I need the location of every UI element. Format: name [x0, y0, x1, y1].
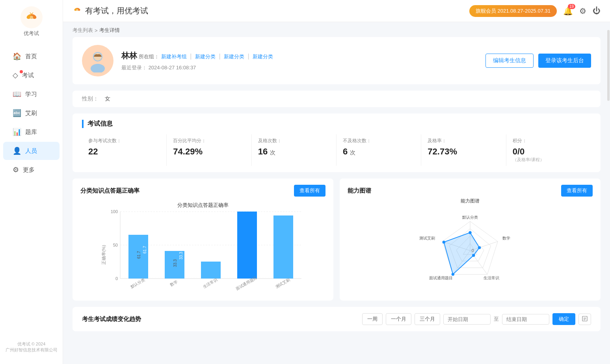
svg-text:61.7: 61.7 — [143, 246, 147, 254]
svg-text:61.7: 61.7 — [137, 251, 141, 259]
bar-4 — [273, 215, 293, 279]
profile-group-1: 新建分类 — [195, 54, 216, 59]
radar-chart-title: 能力图谱 — [348, 187, 371, 195]
people-icon: 👤 — [13, 147, 21, 155]
radar-polygon — [444, 232, 479, 274]
svg-text:33.3: 33.3 — [179, 252, 183, 260]
exam-info-card: 考试信息 参与考试次数： 22 百分比平均分： 74.29% 及格次数： 16 … — [73, 113, 601, 172]
bar-chart-area: 分类知识点答题正确率 正确率(%) 0 50 100 — [80, 200, 325, 294]
sidebar-item-study[interactable]: 📖 学习 — [3, 85, 60, 103]
sidebar-item-people-label: 人员 — [25, 147, 37, 155]
profile-group-0: 新建补考组 — [161, 54, 187, 59]
trend-section: 考生考试成绩变化趋势 一周 一个月 三个月 至 确定 — [73, 307, 601, 331]
trend-header: 考生考试成绩变化趋势 一周 一个月 三个月 至 确定 — [82, 313, 591, 325]
svg-text:94.4: 94.4 — [266, 257, 271, 265]
exam-info-title: 考试信息 — [82, 120, 591, 128]
stat-score: 积分： 0/0 （及格率/课程） — [506, 134, 591, 166]
radar-chart-header: 能力图谱 查看所有 — [348, 185, 593, 197]
sidebar-item-aice-label: 艾刷 — [25, 110, 37, 117]
profile-group-label: 所在组： — [139, 54, 159, 59]
trend-download-button[interactable] — [578, 314, 591, 325]
gender-row: 性别： 女 — [73, 91, 601, 107]
svg-text:能力图谱: 能力图谱 — [461, 198, 480, 204]
logo-icon — [20, 6, 43, 28]
brand-name: 有考试，用优考试 — [85, 6, 148, 16]
stat-count: 参与考试次数： 22 — [82, 134, 167, 166]
svg-text:分类知识点答题正确率: 分类知识点答题正确率 — [177, 202, 229, 208]
sidebar-item-more-label: 更多 — [23, 166, 35, 174]
bar-chart-card: 分类知识点答题正确率 查看所有 分类知识点答题正确率 正确率(%) — [73, 178, 333, 301]
bar-chart-header: 分类知识点答题正确率 查看所有 — [80, 185, 325, 197]
breadcrumb-parent[interactable]: 考生列表 — [73, 27, 93, 34]
sidebar-item-home[interactable]: 🏠 首页 — [3, 47, 60, 65]
svg-text:生活常识: 生活常识 — [202, 277, 218, 289]
study-icon: 📖 — [13, 90, 21, 98]
trend-week-button[interactable]: 一周 — [362, 313, 383, 325]
svg-point-7 — [76, 9, 78, 11]
stat-avg: 百分比平均分： 74.29% — [167, 134, 251, 166]
sidebar-item-questions-label: 题库 — [25, 128, 37, 136]
power-button[interactable]: ⏻ — [593, 6, 601, 15]
bar-3 — [237, 212, 257, 279]
sidebar-nav: 🏠 首页 ◇ 考试 📖 学习 🔤 艾刷 📊 题库 👤 人员 — [0, 46, 63, 336]
sidebar-item-people[interactable]: 👤 人员 — [3, 142, 60, 160]
scroll-thumb[interactable] — [607, 30, 610, 101]
svg-line-4 — [32, 13, 33, 14]
gender-label: 性别： — [82, 95, 99, 102]
profile-name: 林林 — [121, 51, 137, 60]
trend-start-input[interactable] — [443, 314, 491, 325]
gender-value: 女 — [105, 95, 110, 102]
home-icon: 🏠 — [13, 52, 21, 61]
svg-text:默认分类: 默认分类 — [129, 277, 145, 289]
radar-chart-view-all-button[interactable]: 查看所有 — [561, 185, 593, 197]
sidebar-item-home-label: 首页 — [25, 53, 37, 60]
trend-month-button[interactable]: 一个月 — [386, 313, 411, 325]
header-right: 旗舰会员 2021.08.27-2025.07.31 🔔 19 ⚙ ⏻ — [469, 5, 601, 17]
breadcrumb-separator: > — [95, 28, 98, 33]
svg-point-9 — [91, 64, 105, 72]
svg-text:50: 50 — [113, 243, 118, 247]
trend-confirm-button[interactable]: 确定 — [552, 313, 575, 325]
profile-group-2: 新建分类 — [224, 54, 244, 59]
bar-chart-view-all-button[interactable]: 查看所有 — [294, 185, 325, 197]
sidebar-item-questions[interactable]: 📊 题库 — [3, 123, 60, 141]
svg-text:0: 0 — [115, 276, 118, 281]
exam-dot — [20, 70, 23, 73]
svg-text:数学: 数学 — [169, 279, 179, 287]
svg-text:100: 100 — [111, 209, 118, 214]
radar-chart-area: 能力图谱 — [348, 200, 593, 294]
trend-three-months-button[interactable]: 三个月 — [415, 313, 440, 325]
notification-button[interactable]: 🔔 19 — [563, 6, 573, 16]
sidebar-item-aice[interactable]: 🔤 艾刷 — [3, 104, 60, 122]
settings-button[interactable]: ⚙ — [579, 6, 586, 16]
sidebar-item-exam[interactable]: ◇ 考试 — [3, 66, 60, 84]
trend-to-label: 至 — [494, 316, 499, 323]
exam-icon: ◇ — [13, 71, 18, 80]
stat-pass-rate: 及格率： 72.73% — [421, 134, 506, 166]
charts-row: 分类知识点答题正确率 查看所有 分类知识点答题正确率 正确率(%) — [73, 178, 601, 301]
login-backend-button[interactable]: 登录该考生后台 — [538, 54, 591, 68]
aice-icon: 🔤 — [13, 109, 21, 117]
header: 有考试，用优考试 旗舰会员 2021.08.27-2025.07.31 🔔 19… — [63, 0, 610, 22]
bar-chart-svg: 分类知识点答题正确率 正确率(%) 0 50 100 — [80, 200, 325, 294]
trend-controls: 一周 一个月 三个月 至 确定 — [362, 313, 591, 325]
breadcrumb-current: 考生详情 — [99, 27, 120, 34]
svg-text:测试艾刷: 测试艾刷 — [419, 236, 435, 240]
edit-student-button[interactable]: 编辑考生信息 — [485, 54, 534, 68]
main: 有考试，用优考试 旗舰会员 2021.08.27-2025.07.31 🔔 19… — [63, 0, 610, 364]
profile-info: 林林 所在组： 新建补考组 | 新建分类 | 新建分类 | 新建分类 最近登录：… — [121, 50, 273, 71]
logo: 优考试 — [20, 6, 43, 37]
trend-end-input[interactable] — [502, 314, 549, 325]
radar-point-1 — [478, 246, 481, 249]
brand-icon — [73, 5, 82, 17]
breadcrumb: 考生列表 > 考生详情 — [73, 22, 601, 37]
svg-text:生活常识: 生活常识 — [484, 276, 499, 280]
svg-text:100.0: 100.0 — [230, 254, 234, 264]
bar-2 — [201, 262, 221, 279]
svg-text:测试艾刷: 测试艾刷 — [275, 277, 290, 289]
more-icon: ⚙ — [13, 165, 19, 174]
profile-card: 林林 所在组： 新建补考组 | 新建分类 | 新建分类 | 新建分类 最近登录：… — [73, 37, 601, 84]
brand: 有考试，用优考试 — [73, 5, 148, 17]
questions-icon: 📊 — [13, 128, 21, 136]
sidebar-item-more[interactable]: ⚙ 更多 — [3, 161, 60, 179]
